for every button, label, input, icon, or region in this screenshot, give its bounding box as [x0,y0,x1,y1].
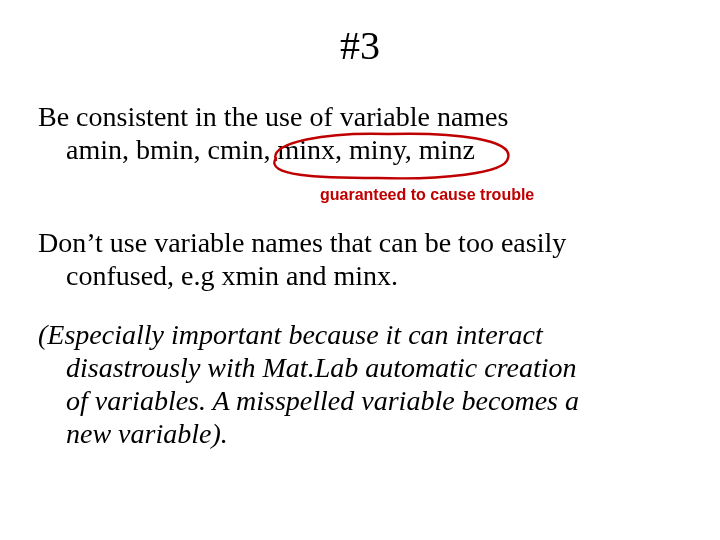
p1-line2: amin, bmin, cmin, minx, miny, minz [38,133,682,166]
p1-line1: Be consistent in the use of variable nam… [38,101,508,132]
slide: #3 Be consistent in the use of variable … [0,0,720,540]
p3-line4: new variable). [38,417,682,450]
p3-line2: disastrously with Mat.Lab automatic crea… [38,351,682,384]
p2-line2: confused, e.g xmin and minx. [38,259,682,292]
trouble-annotation: guaranteed to cause trouble [320,186,534,205]
paragraph-2: Don’t use variable names that can be too… [38,226,682,292]
p3-line1: (Especially important because it can int… [38,319,543,350]
p3-line3: of variables. A misspelled variable beco… [38,384,682,417]
slide-body: Be consistent in the use of variable nam… [38,100,682,468]
paragraph-3: (Especially important because it can int… [38,318,682,450]
p2-line1: Don’t use variable names that can be too… [38,227,566,258]
annotation-row: guaranteed to cause trouble [38,184,682,212]
slide-title: #3 [0,22,720,69]
paragraph-1: Be consistent in the use of variable nam… [38,100,682,166]
